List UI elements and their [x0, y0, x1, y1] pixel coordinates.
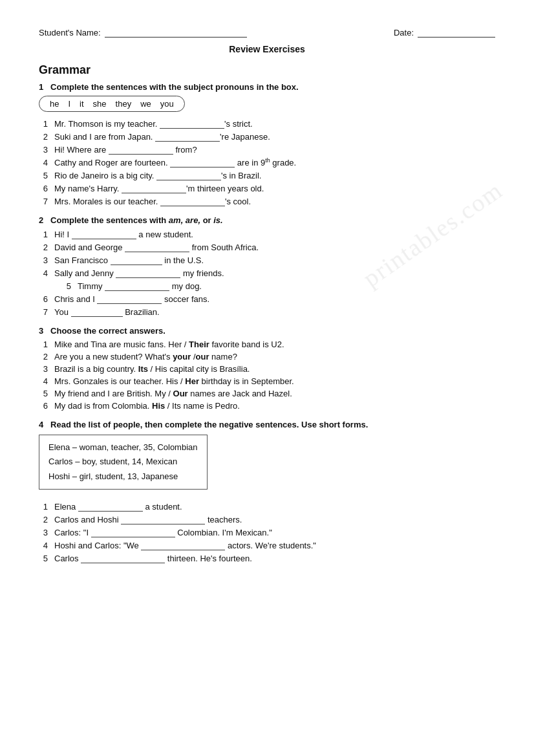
blank[interactable]: [97, 294, 162, 304]
blank[interactable]: [111, 255, 162, 265]
pronoun-it: it: [80, 99, 84, 109]
exercise-3-number: 3: [39, 326, 48, 336]
pronoun-they: they: [116, 99, 132, 109]
people-box: Elena – woman, teacher, 35, Colombian Ca…: [39, 435, 208, 489]
list-item: 6 Chris and I soccer fans.: [39, 294, 495, 304]
list-item: 7 You Brazilian.: [39, 307, 495, 317]
blank[interactable]: [141, 540, 225, 550]
list-item: 2 Suki and I are from Japan. 're Japanes…: [39, 131, 495, 142]
student-name-label: Student's Name:: [39, 28, 101, 38]
pronoun-we: we: [140, 99, 151, 109]
list-item: 2 David and George from South Africa.: [39, 242, 495, 252]
exercise-4-number: 4: [39, 420, 48, 429]
list-item: 3 Carlos: "I Colombian. I'm Mexican.": [39, 527, 495, 537]
list-item: 6 My dad is from Colombia. His / Its nam…: [39, 401, 495, 411]
exercise-2-list: 1 Hi! I a new student. 2 David and Georg…: [39, 229, 495, 317]
blank[interactable]: [116, 268, 180, 278]
exercise-2: 2 Complete the sentences with am, are, o…: [39, 215, 495, 317]
page-title: Review Exercises: [39, 44, 495, 54]
exercise-3-header: 3 Choose the correct answers.: [39, 326, 495, 336]
exercise-4-instruction: Read the list of people, then complete t…: [50, 420, 368, 429]
exercise-4-list: 1 Elena a student. 2 Carlos and Hoshi te…: [39, 501, 495, 563]
list-item: 2 Carlos and Hoshi teachers.: [39, 514, 495, 524]
student-name-input[interactable]: [105, 26, 247, 38]
list-item: 5 My friend and I are British. My / Our …: [39, 389, 495, 398]
exercise-2-header: 2 Complete the sentences with am, are, o…: [39, 215, 495, 225]
list-item: 4 Hoshi and Carlos: "We actors. We're st…: [39, 540, 495, 550]
list-item: 2 Are you a new student? What's your /ou…: [39, 352, 495, 362]
list-item: 4 Cathy and Roger are fourteen. are in 9…: [39, 157, 495, 167]
date-label: Date:: [394, 28, 414, 38]
exercise-1-list: 1 Mr. Thomson is my teacher. 's strict. …: [39, 118, 495, 206]
list-item: 7 Mrs. Morales is our teacher. 's cool.: [39, 196, 495, 206]
header: Student's Name: Date:: [39, 26, 495, 38]
exercise-1: 1 Complete the sentences with the subjec…: [39, 82, 495, 206]
exercise-3: 3 Choose the correct answers. 1 Mike and…: [39, 326, 495, 411]
list-item: 3 Hi! Where are from?: [39, 144, 495, 155]
list-item: 1 Mr. Thomson is my teacher. 's strict.: [39, 118, 495, 129]
student-name-field: Student's Name:: [39, 26, 247, 38]
exercise-3-instruction: Choose the correct answers.: [50, 326, 166, 336]
blank[interactable]: [81, 553, 165, 563]
list-item: 3 Brazil is a big country. Its / His cap…: [39, 364, 495, 374]
grammar-title: Grammar: [39, 63, 495, 77]
person-carlos: Carlos – boy, student, 14, Mexican: [48, 455, 198, 469]
blank[interactable]: [72, 229, 136, 239]
pronoun-she: she: [93, 99, 107, 109]
person-elena: Elena – woman, teacher, 35, Colombian: [48, 440, 198, 455]
exercise-3-list: 1 Mike and Tina are music fans. Her / Th…: [39, 340, 495, 411]
list-item: 4 Mrs. Gonzales is our teacher. His / He…: [39, 376, 495, 386]
blank[interactable]: [125, 242, 189, 252]
exercise-1-instruction: Complete the sentences with the subject …: [50, 82, 299, 92]
list-item: 5 Timmy my dog.: [62, 281, 495, 291]
list-item: 6 My name's Harry. 'm thirteen years old…: [39, 183, 495, 193]
list-item: 3 San Francisco in the U.S.: [39, 255, 495, 265]
blank[interactable]: [160, 118, 224, 129]
pronoun-he: he: [50, 99, 59, 109]
exercise-1-number: 1: [39, 82, 48, 92]
pronoun-you: you: [160, 99, 174, 109]
date-input[interactable]: [418, 26, 495, 38]
exercise-2-number: 2: [39, 215, 48, 225]
blank[interactable]: [160, 196, 225, 206]
blank[interactable]: [121, 514, 205, 524]
pronoun-box: he I it she they we you: [39, 96, 495, 118]
person-hoshi: Hoshi – girl, student, 13, Japanese: [48, 470, 198, 484]
blank[interactable]: [156, 170, 221, 180]
list-item: 5 Carlos thirteen. He's fourteen.: [39, 553, 495, 563]
list-item: 5 Rio de Janeiro is a big city. 's in Br…: [39, 170, 495, 180]
exercise-2-instruction: Complete the sentences with am, are, or …: [50, 215, 223, 225]
blank[interactable]: [170, 157, 235, 167]
list-item: 1 Elena a student.: [39, 501, 495, 512]
exercise-4: 4 Read the list of people, then complete…: [39, 420, 495, 563]
blank[interactable]: [91, 527, 175, 537]
list-item: 4 Sally and Jenny my friends.: [39, 268, 495, 278]
blank[interactable]: [155, 131, 220, 142]
exercise-1-header: 1 Complete the sentences with the subjec…: [39, 82, 495, 92]
pronoun-i: I: [68, 99, 70, 109]
list-item: 1 Mike and Tina are music fans. Her / Th…: [39, 340, 495, 349]
blank[interactable]: [109, 144, 173, 155]
blank[interactable]: [105, 281, 169, 291]
blank[interactable]: [71, 307, 123, 317]
blank[interactable]: [78, 501, 143, 512]
date-field: Date:: [394, 26, 495, 38]
exercise-4-header: 4 Read the list of people, then complete…: [39, 420, 495, 429]
blank[interactable]: [122, 183, 186, 193]
list-item: 1 Hi! I a new student.: [39, 229, 495, 239]
